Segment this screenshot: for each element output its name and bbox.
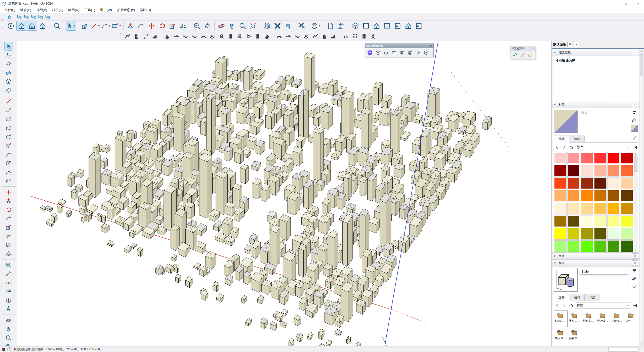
scroll-down-icon[interactable]: ▼ [641, 342, 643, 346]
material-collection-dropdown[interactable]: 颜色 ▼ [575, 144, 631, 150]
paint-bucket-button[interactable] [203, 21, 213, 31]
colors-scrollbar[interactable]: ▲ ▼ [634, 152, 638, 252]
outer-shell-button[interactable] [6, 14, 13, 20]
window-frame-button[interactable] [414, 21, 424, 31]
dimensions-button[interactable] [4, 270, 13, 278]
column-chart-button[interactable] [329, 32, 338, 40]
menu-camera[interactable]: 相机(C) [50, 7, 66, 13]
view-house-button[interactable] [37, 21, 48, 31]
menu-edit[interactable]: 编辑(E) [18, 7, 34, 13]
settings-button[interactable] [414, 49, 422, 56]
color-swatch[interactable] [567, 165, 580, 177]
toolbar-grip[interactable] [322, 23, 324, 29]
bead-curve-button[interactable] [284, 32, 293, 40]
tab-编辑[interactable]: 编辑 [570, 294, 585, 301]
select-button[interactable] [4, 42, 13, 51]
in-model-button[interactable] [568, 302, 574, 309]
slab-button[interactable] [226, 32, 235, 40]
geolocation-icon[interactable] [2, 348, 5, 351]
chevron-right-icon[interactable]: > [554, 254, 557, 257]
color-swatch[interactable] [621, 215, 633, 227]
details-button[interactable] [632, 302, 638, 309]
rotated-rectangle-button[interactable] [4, 124, 13, 132]
chevron-down-icon[interactable]: ∨ [554, 261, 557, 265]
color-swatch[interactable] [581, 177, 593, 189]
split-button[interactable] [44, 14, 51, 20]
color-swatch[interactable] [581, 240, 593, 252]
mirror-flip-button[interactable] [342, 32, 350, 40]
style-folder[interactable]: Style ... [554, 311, 568, 327]
d5-panel-titlebar[interactable]: D5 LiveSync × [365, 43, 433, 48]
color-swatch[interactable] [621, 240, 633, 252]
help-icon[interactable]: ? [7, 347, 11, 351]
color-swatch[interactable] [581, 215, 593, 227]
material-preview[interactable] [554, 110, 578, 133]
push-pull-button[interactable] [125, 21, 135, 31]
style-folder[interactable]: 环境光... [610, 311, 624, 327]
ribbon-wave-button[interactable] [293, 32, 302, 40]
line-pencil-button[interactable] [4, 97, 13, 106]
zoom-selection-button[interactable] [52, 21, 62, 31]
column-button[interactable] [133, 32, 141, 40]
house-outline-button[interactable] [403, 21, 413, 31]
sync-model-button[interactable] [374, 49, 382, 56]
color-swatch[interactable] [554, 190, 567, 202]
color-swatch[interactable] [607, 228, 620, 240]
house-door-button[interactable] [372, 21, 382, 31]
menu-help[interactable]: 帮助(H) [137, 7, 153, 13]
lasso-button[interactable] [4, 51, 13, 59]
flip-button[interactable] [178, 21, 188, 31]
color-swatch[interactable] [607, 190, 620, 202]
subtract-button[interactable] [30, 14, 37, 20]
color-swatch[interactable] [607, 215, 620, 227]
material-tool-button[interactable] [511, 52, 518, 58]
offset-button[interactable] [4, 232, 13, 240]
scroll-thumb[interactable] [634, 156, 637, 172]
model-canvas[interactable] [17, 41, 551, 346]
scroll-down-icon[interactable]: ▼ [635, 249, 637, 252]
model-viewport[interactable]: D5 LiveSync × d5 八宝资源库 × [17, 41, 551, 346]
rotate-button[interactable] [157, 21, 167, 31]
push-pull-button[interactable] [4, 197, 13, 205]
color-swatch[interactable] [567, 203, 580, 214]
protractor-button[interactable] [4, 278, 13, 287]
two-point-arc-button[interactable]: ▼ [101, 21, 111, 31]
style-folder[interactable]: 照片建... [596, 311, 610, 327]
orbit-button[interactable] [216, 21, 226, 31]
polygon-button[interactable] [4, 141, 13, 150]
node-edit-button[interactable] [217, 32, 226, 40]
scale-button[interactable] [168, 21, 178, 31]
style-preview[interactable] [554, 268, 578, 292]
color-swatch[interactable] [554, 203, 567, 214]
menu-window[interactable]: 窗口(W) [98, 7, 114, 13]
color-swatch[interactable] [554, 177, 567, 189]
secondary-pane-button[interactable] [631, 268, 637, 274]
color-swatch[interactable] [607, 152, 620, 164]
height-chart-button[interactable] [151, 32, 159, 40]
rectangle-button[interactable]: ▼ [111, 21, 122, 31]
entity-info-header[interactable]: ∨ 图元信息 × [552, 49, 640, 56]
axes-tool-button[interactable] [4, 241, 13, 249]
chevron-down-icon[interactable]: ∨ [554, 103, 557, 106]
chevron-down-icon[interactable]: ∨ [554, 51, 557, 54]
shaded-view-button[interactable] [27, 21, 37, 31]
pencil-button[interactable]: ▼ [90, 21, 100, 31]
style-folder[interactable]: 直线 [624, 311, 638, 327]
dropdown-caret[interactable]: ▼ [318, 25, 320, 27]
components-close-button[interactable]: × [632, 253, 638, 259]
window-panel-button[interactable] [361, 21, 371, 31]
color-swatch[interactable] [554, 228, 567, 240]
tray-pin-button[interactable] [567, 42, 573, 47]
toolbar-grip[interactable] [347, 23, 349, 29]
color-swatch[interactable] [594, 228, 607, 240]
scroll-thumb[interactable] [640, 53, 643, 76]
materials-header[interactable]: ∨ 材质 × [552, 101, 640, 108]
style-folder[interactable]: 颜色集 [568, 328, 582, 345]
iso-view-button[interactable] [16, 21, 26, 31]
back-button[interactable] [554, 302, 560, 309]
tab-选择[interactable]: 选择 [554, 136, 569, 143]
component-button[interactable] [4, 77, 13, 86]
curve-anchor-button[interactable] [190, 32, 199, 40]
forward-button[interactable] [561, 302, 567, 309]
color-swatch[interactable] [581, 228, 593, 240]
